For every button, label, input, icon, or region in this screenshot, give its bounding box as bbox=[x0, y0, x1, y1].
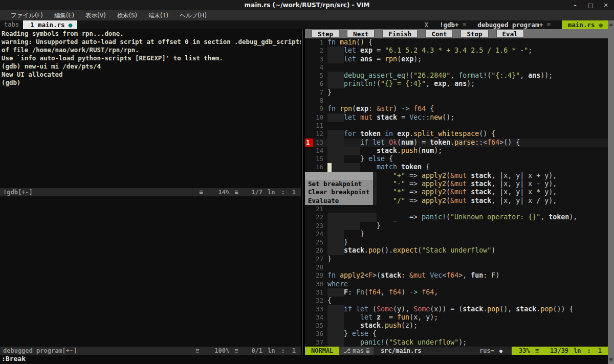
next-button[interactable]: Next bbox=[347, 30, 375, 38]
code-line: 27} bbox=[305, 255, 608, 263]
sign-column bbox=[305, 205, 313, 213]
indent bbox=[327, 130, 344, 138]
line-number: 21 bbox=[313, 205, 323, 213]
code-token: , bbox=[434, 288, 438, 297]
indent-guide bbox=[327, 163, 360, 171]
program-statusline-title: debugged program[+-] bbox=[3, 347, 77, 354]
menu-item[interactable]: ファイル(F) bbox=[5, 10, 49, 20]
code-line: 33if let (Some(y), Some(x)) = (stack.pop… bbox=[305, 305, 608, 313]
list-icon: ≡ bbox=[535, 347, 539, 354]
code-token: "*" bbox=[393, 188, 405, 196]
step-button[interactable]: Step bbox=[312, 30, 339, 38]
window-separator[interactable] bbox=[302, 29, 303, 355]
maximize-button[interactable]: □ bbox=[585, 2, 596, 9]
menu-item[interactable]: 編集(E) bbox=[49, 10, 80, 20]
code-token: exp bbox=[397, 130, 409, 138]
code-line: 30where bbox=[305, 280, 608, 288]
colon: : bbox=[281, 347, 285, 354]
scroll-percent: 14% bbox=[218, 189, 229, 196]
code-token: , bbox=[450, 72, 458, 80]
vim-command-line[interactable]: :Break bbox=[0, 355, 608, 364]
buffer-item-main-rs-active[interactable]: main.rs● bbox=[562, 20, 608, 29]
indent-guide bbox=[327, 72, 344, 80]
finish-button[interactable]: Finish bbox=[382, 30, 418, 38]
indent bbox=[327, 288, 344, 297]
gdb-console-window[interactable]: Reading symbols from rpn...done.warning:… bbox=[0, 29, 301, 188]
code-token: (), bbox=[499, 305, 516, 313]
debugged-program-window[interactable] bbox=[0, 196, 301, 347]
buffer-item[interactable]: !gdb+ bbox=[440, 21, 459, 29]
code-token: f64 bbox=[368, 288, 381, 297]
code-token: parse bbox=[454, 139, 475, 147]
code-token: } bbox=[360, 230, 364, 238]
indent-guide bbox=[327, 338, 344, 347]
code-token: where bbox=[327, 280, 348, 288]
code-line: 4 bbox=[305, 63, 608, 72]
menu-item[interactable]: ヘルプ(H) bbox=[174, 10, 212, 20]
cont-button[interactable]: Cont bbox=[425, 30, 453, 38]
code-token: let bbox=[344, 55, 356, 63]
code-token: Ok bbox=[389, 139, 397, 147]
code-token: mut bbox=[360, 113, 372, 122]
code-token bbox=[393, 130, 397, 138]
gdb-output-line: (gdb) new-ui mi /dev/pts/4 bbox=[2, 62, 301, 71]
code-token: stack bbox=[377, 147, 397, 155]
code-token bbox=[336, 105, 340, 113]
code-token: ( bbox=[385, 338, 389, 347]
indent-guide bbox=[327, 139, 344, 147]
code-token: f64 bbox=[422, 288, 434, 297]
terminal-scrollbar[interactable] bbox=[608, 20, 614, 364]
code-token: , |x, y| x + y), bbox=[491, 172, 557, 180]
code-token: , bbox=[381, 288, 389, 297]
code-token: { bbox=[422, 163, 430, 171]
code-token: &mut bbox=[450, 188, 467, 196]
menu-item[interactable]: 検索(S) bbox=[112, 10, 143, 20]
scroll-down-icon[interactable] bbox=[609, 358, 613, 361]
eval-button[interactable]: Eval bbox=[496, 30, 524, 38]
code-token: ( bbox=[352, 105, 356, 113]
menu-item-set-breakpoint[interactable]: Set breakpoint bbox=[305, 180, 373, 188]
indent bbox=[327, 155, 360, 163]
code-token: , |x, y| x - y), bbox=[491, 180, 557, 188]
stop-button[interactable]: Stop bbox=[461, 30, 488, 38]
breakpoint-context-menu: Set breakpointClear breakpointEvaluate bbox=[305, 172, 373, 205]
line-number: 22 bbox=[313, 213, 323, 221]
code-token: in bbox=[385, 130, 393, 138]
code-token: ans bbox=[454, 80, 467, 88]
code-token: rpn bbox=[385, 55, 397, 63]
buffer-item[interactable]: debugged program+ bbox=[477, 21, 543, 29]
scroll-up-icon[interactable] bbox=[609, 23, 613, 26]
menu-item[interactable]: 表示(V) bbox=[80, 10, 112, 20]
branch-name: mas bbox=[353, 347, 364, 354]
code-token: ::< bbox=[475, 139, 487, 147]
code-token: . bbox=[483, 305, 487, 313]
breakpoint-sign[interactable]: 1 bbox=[305, 139, 313, 147]
code-token: push bbox=[385, 322, 401, 330]
code-token: ); bbox=[434, 147, 442, 155]
code-token: ( bbox=[364, 288, 368, 297]
code-token: ) bbox=[401, 288, 409, 297]
indent-guide bbox=[327, 55, 344, 63]
code-token bbox=[418, 288, 422, 297]
line-number: 15 bbox=[313, 155, 323, 163]
line-number: 9 bbox=[313, 105, 323, 113]
minimize-button[interactable]: – bbox=[570, 2, 580, 9]
code-token: Some bbox=[377, 305, 393, 313]
line-number: 4 bbox=[313, 63, 323, 72]
gdb-output-line: Use `info auto-load python-scripts [REGE… bbox=[2, 54, 301, 62]
code-token bbox=[467, 197, 471, 205]
status-dot-icon: ● bbox=[499, 348, 512, 354]
sign-column bbox=[305, 88, 313, 97]
menu-item-clear-breakpoint[interactable]: Clear breakpoint bbox=[305, 188, 373, 196]
close-button[interactable]: ✕ bbox=[601, 2, 611, 9]
code-token: { bbox=[385, 155, 393, 163]
sign-column bbox=[305, 255, 313, 263]
buffer-label: main.rs bbox=[568, 21, 595, 29]
menu-item[interactable]: 端末(T) bbox=[143, 10, 174, 20]
code-line: 6println!("{} = {:4}", exp, ans); bbox=[305, 80, 608, 88]
code-line: 24} bbox=[305, 230, 608, 238]
code-token: >, bbox=[458, 271, 471, 280]
menu-item-evaluate[interactable]: Evaluate bbox=[305, 197, 373, 205]
tabline-close-button[interactable]: X bbox=[425, 21, 428, 29]
tab-main-rs[interactable]: 1 main.rs ● bbox=[23, 20, 77, 29]
